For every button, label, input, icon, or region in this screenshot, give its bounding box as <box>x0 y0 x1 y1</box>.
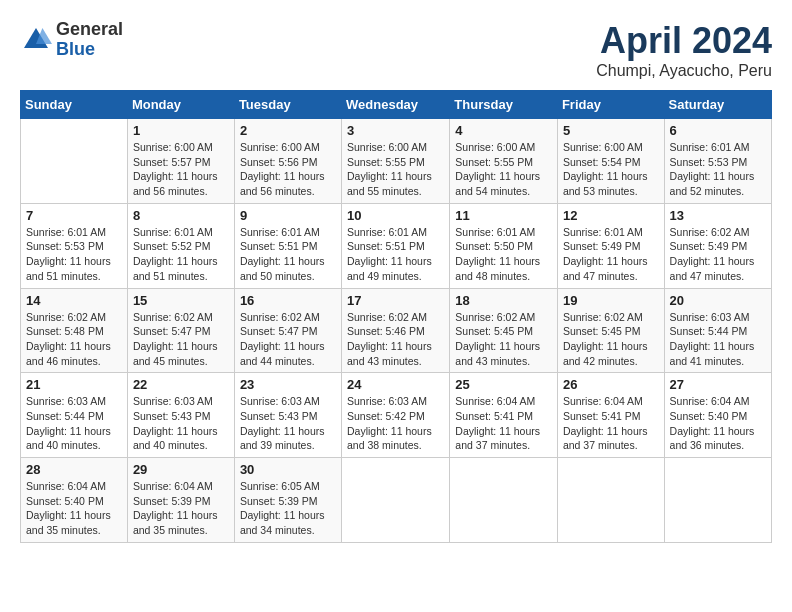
logo-icon <box>20 24 52 56</box>
day-detail: Sunrise: 6:02 AMSunset: 5:47 PMDaylight:… <box>240 310 336 369</box>
calendar-cell: 28Sunrise: 6:04 AMSunset: 5:40 PMDayligh… <box>21 458 128 543</box>
day-number: 10 <box>347 208 444 223</box>
day-number: 26 <box>563 377 659 392</box>
day-detail: Sunrise: 6:02 AMSunset: 5:45 PMDaylight:… <box>455 310 552 369</box>
day-number: 28 <box>26 462 122 477</box>
calendar-cell: 12Sunrise: 6:01 AMSunset: 5:49 PMDayligh… <box>557 203 664 288</box>
day-detail: Sunrise: 6:01 AMSunset: 5:49 PMDaylight:… <box>563 225 659 284</box>
logo-general: General <box>56 20 123 40</box>
day-header-sunday: Sunday <box>21 91 128 119</box>
calendar-cell: 1Sunrise: 6:00 AMSunset: 5:57 PMDaylight… <box>127 119 234 204</box>
calendar-cell: 11Sunrise: 6:01 AMSunset: 5:50 PMDayligh… <box>450 203 558 288</box>
day-header-monday: Monday <box>127 91 234 119</box>
calendar-cell: 9Sunrise: 6:01 AMSunset: 5:51 PMDaylight… <box>234 203 341 288</box>
day-detail: Sunrise: 6:00 AMSunset: 5:56 PMDaylight:… <box>240 140 336 199</box>
day-number: 30 <box>240 462 336 477</box>
calendar-cell <box>450 458 558 543</box>
day-number: 9 <box>240 208 336 223</box>
day-detail: Sunrise: 6:04 AMSunset: 5:41 PMDaylight:… <box>455 394 552 453</box>
day-number: 1 <box>133 123 229 138</box>
day-detail: Sunrise: 6:04 AMSunset: 5:39 PMDaylight:… <box>133 479 229 538</box>
day-detail: Sunrise: 6:04 AMSunset: 5:40 PMDaylight:… <box>670 394 766 453</box>
day-detail: Sunrise: 6:01 AMSunset: 5:53 PMDaylight:… <box>26 225 122 284</box>
day-detail: Sunrise: 6:00 AMSunset: 5:55 PMDaylight:… <box>455 140 552 199</box>
calendar-cell: 22Sunrise: 6:03 AMSunset: 5:43 PMDayligh… <box>127 373 234 458</box>
day-detail: Sunrise: 6:01 AMSunset: 5:53 PMDaylight:… <box>670 140 766 199</box>
calendar-body: 1Sunrise: 6:00 AMSunset: 5:57 PMDaylight… <box>21 119 772 543</box>
calendar-cell <box>21 119 128 204</box>
day-detail: Sunrise: 6:00 AMSunset: 5:55 PMDaylight:… <box>347 140 444 199</box>
day-detail: Sunrise: 6:00 AMSunset: 5:57 PMDaylight:… <box>133 140 229 199</box>
day-number: 5 <box>563 123 659 138</box>
calendar-cell: 2Sunrise: 6:00 AMSunset: 5:56 PMDaylight… <box>234 119 341 204</box>
day-header-friday: Friday <box>557 91 664 119</box>
calendar-cell: 14Sunrise: 6:02 AMSunset: 5:48 PMDayligh… <box>21 288 128 373</box>
calendar-cell: 3Sunrise: 6:00 AMSunset: 5:55 PMDaylight… <box>342 119 450 204</box>
calendar-cell: 8Sunrise: 6:01 AMSunset: 5:52 PMDaylight… <box>127 203 234 288</box>
day-detail: Sunrise: 6:03 AMSunset: 5:42 PMDaylight:… <box>347 394 444 453</box>
calendar-cell: 23Sunrise: 6:03 AMSunset: 5:43 PMDayligh… <box>234 373 341 458</box>
day-detail: Sunrise: 6:04 AMSunset: 5:41 PMDaylight:… <box>563 394 659 453</box>
calendar-week-5: 28Sunrise: 6:04 AMSunset: 5:40 PMDayligh… <box>21 458 772 543</box>
calendar-cell: 25Sunrise: 6:04 AMSunset: 5:41 PMDayligh… <box>450 373 558 458</box>
day-number: 6 <box>670 123 766 138</box>
day-number: 22 <box>133 377 229 392</box>
day-detail: Sunrise: 6:02 AMSunset: 5:47 PMDaylight:… <box>133 310 229 369</box>
calendar-cell: 7Sunrise: 6:01 AMSunset: 5:53 PMDaylight… <box>21 203 128 288</box>
calendar-cell: 13Sunrise: 6:02 AMSunset: 5:49 PMDayligh… <box>664 203 771 288</box>
title-block: April 2024 Chumpi, Ayacucho, Peru <box>596 20 772 80</box>
calendar-cell: 16Sunrise: 6:02 AMSunset: 5:47 PMDayligh… <box>234 288 341 373</box>
calendar-cell: 17Sunrise: 6:02 AMSunset: 5:46 PMDayligh… <box>342 288 450 373</box>
calendar-cell: 26Sunrise: 6:04 AMSunset: 5:41 PMDayligh… <box>557 373 664 458</box>
day-number: 23 <box>240 377 336 392</box>
day-header-thursday: Thursday <box>450 91 558 119</box>
calendar-cell: 27Sunrise: 6:04 AMSunset: 5:40 PMDayligh… <box>664 373 771 458</box>
day-detail: Sunrise: 6:03 AMSunset: 5:43 PMDaylight:… <box>133 394 229 453</box>
day-detail: Sunrise: 6:03 AMSunset: 5:44 PMDaylight:… <box>26 394 122 453</box>
calendar-cell: 21Sunrise: 6:03 AMSunset: 5:44 PMDayligh… <box>21 373 128 458</box>
calendar-header-row: SundayMondayTuesdayWednesdayThursdayFrid… <box>21 91 772 119</box>
day-detail: Sunrise: 6:02 AMSunset: 5:46 PMDaylight:… <box>347 310 444 369</box>
day-number: 8 <box>133 208 229 223</box>
day-number: 16 <box>240 293 336 308</box>
calendar-table: SundayMondayTuesdayWednesdayThursdayFrid… <box>20 90 772 543</box>
logo: General Blue <box>20 20 123 60</box>
day-detail: Sunrise: 6:01 AMSunset: 5:51 PMDaylight:… <box>347 225 444 284</box>
day-number: 7 <box>26 208 122 223</box>
day-detail: Sunrise: 6:02 AMSunset: 5:45 PMDaylight:… <box>563 310 659 369</box>
day-detail: Sunrise: 6:03 AMSunset: 5:44 PMDaylight:… <box>670 310 766 369</box>
calendar-cell: 19Sunrise: 6:02 AMSunset: 5:45 PMDayligh… <box>557 288 664 373</box>
day-number: 27 <box>670 377 766 392</box>
day-detail: Sunrise: 6:01 AMSunset: 5:50 PMDaylight:… <box>455 225 552 284</box>
day-number: 4 <box>455 123 552 138</box>
day-number: 21 <box>26 377 122 392</box>
calendar-week-4: 21Sunrise: 6:03 AMSunset: 5:44 PMDayligh… <box>21 373 772 458</box>
calendar-cell: 18Sunrise: 6:02 AMSunset: 5:45 PMDayligh… <box>450 288 558 373</box>
day-number: 18 <box>455 293 552 308</box>
day-number: 19 <box>563 293 659 308</box>
day-detail: Sunrise: 6:01 AMSunset: 5:51 PMDaylight:… <box>240 225 336 284</box>
calendar-week-2: 7Sunrise: 6:01 AMSunset: 5:53 PMDaylight… <box>21 203 772 288</box>
day-number: 15 <box>133 293 229 308</box>
calendar-cell <box>342 458 450 543</box>
day-number: 3 <box>347 123 444 138</box>
day-header-tuesday: Tuesday <box>234 91 341 119</box>
day-number: 14 <box>26 293 122 308</box>
day-detail: Sunrise: 6:00 AMSunset: 5:54 PMDaylight:… <box>563 140 659 199</box>
calendar-cell: 5Sunrise: 6:00 AMSunset: 5:54 PMDaylight… <box>557 119 664 204</box>
day-detail: Sunrise: 6:05 AMSunset: 5:39 PMDaylight:… <box>240 479 336 538</box>
calendar-cell: 30Sunrise: 6:05 AMSunset: 5:39 PMDayligh… <box>234 458 341 543</box>
day-detail: Sunrise: 6:02 AMSunset: 5:49 PMDaylight:… <box>670 225 766 284</box>
day-header-wednesday: Wednesday <box>342 91 450 119</box>
calendar-cell: 4Sunrise: 6:00 AMSunset: 5:55 PMDaylight… <box>450 119 558 204</box>
day-number: 29 <box>133 462 229 477</box>
day-detail: Sunrise: 6:04 AMSunset: 5:40 PMDaylight:… <box>26 479 122 538</box>
month-title: April 2024 <box>596 20 772 62</box>
calendar-cell <box>664 458 771 543</box>
day-number: 20 <box>670 293 766 308</box>
calendar-week-3: 14Sunrise: 6:02 AMSunset: 5:48 PMDayligh… <box>21 288 772 373</box>
calendar-cell: 20Sunrise: 6:03 AMSunset: 5:44 PMDayligh… <box>664 288 771 373</box>
day-detail: Sunrise: 6:02 AMSunset: 5:48 PMDaylight:… <box>26 310 122 369</box>
day-detail: Sunrise: 6:01 AMSunset: 5:52 PMDaylight:… <box>133 225 229 284</box>
day-number: 13 <box>670 208 766 223</box>
